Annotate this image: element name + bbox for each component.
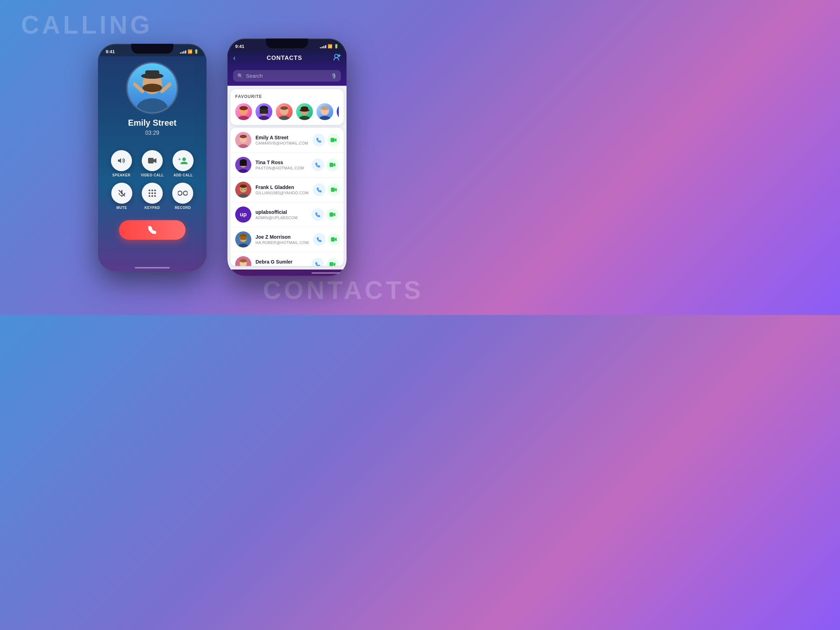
mic-icon[interactable]: 🎙️	[331, 73, 337, 79]
video-button-emily[interactable]	[327, 134, 340, 146]
video-button-tina[interactable]	[326, 159, 339, 171]
video-button-uplabs[interactable]	[326, 208, 339, 221]
fav-avatar-3[interactable]	[276, 103, 293, 120]
svg-point-29	[257, 116, 270, 120]
svg-point-33	[278, 116, 291, 120]
call-button-debra[interactable]	[311, 258, 324, 266]
contact-actions-tina	[311, 159, 339, 171]
svg-point-15	[154, 190, 156, 191]
back-button[interactable]: ‹	[233, 54, 235, 63]
add-call-circle	[172, 150, 194, 171]
call-button-tina[interactable]	[311, 159, 324, 171]
calling-bg-label: CALLING	[21, 11, 153, 39]
svg-point-18	[154, 193, 156, 194]
contact-name-debra: Debra G Sumler	[256, 259, 307, 265]
video-button-debra[interactable]	[326, 258, 339, 266]
fav-avatar-5[interactable]	[316, 103, 333, 120]
contact-avatar-emily	[235, 132, 251, 148]
svg-point-19	[148, 195, 150, 197]
contact-avatar-frank	[235, 182, 251, 198]
video-call-button[interactable]: VIDEO CALL	[141, 150, 164, 177]
contact-email-debra: COLTONI@HOTMAIL.COM	[256, 265, 307, 266]
call-button-joe[interactable]	[313, 233, 325, 246]
mute-button[interactable]: MUTE	[111, 183, 132, 210]
keypad-button[interactable]: KEYPAD	[142, 183, 163, 210]
caller-avatar-container	[128, 63, 177, 112]
favourites-card: FAVOURITE	[230, 89, 344, 125]
contact-row-joe: Joe Z Morrison HA.ROBER@HOTMAIL.COM	[230, 227, 344, 252]
favourites-list	[235, 103, 339, 120]
contact-name-uplabs: uplabsofficial	[256, 209, 307, 215]
svg-point-17	[151, 193, 153, 194]
contacts-screen: ‹ CONTACTS 🔍 Search 🎙️	[227, 51, 346, 276]
phones-container: 9:41 📶 🔋	[98, 38, 346, 276]
calling-phone: 9:41 📶 🔋	[98, 44, 207, 271]
svg-point-35	[280, 106, 288, 110]
call-button-frank[interactable]	[313, 183, 325, 196]
svg-rect-56	[330, 163, 333, 167]
contact-email-tina: PAXTON@HOTMAIL.COM	[256, 166, 307, 170]
call-button-uplabs[interactable]	[311, 208, 324, 221]
speaker-button[interactable]: SPEAKER	[111, 150, 132, 177]
contact-row-tina: Tina T Ross PAXTON@HOTMAIL.COM	[230, 153, 344, 177]
contact-avatar-debra	[235, 256, 251, 266]
search-bar: 🔍 Search 🎙️	[227, 67, 346, 86]
add-call-button[interactable]: ADD CALL	[172, 150, 194, 177]
action-row-2: MUTE	[106, 183, 198, 210]
battery-icon: 🔋	[194, 49, 199, 54]
video-button-frank[interactable]	[328, 183, 340, 196]
mute-circle	[111, 183, 132, 204]
contact-avatar-uplabs: up	[235, 207, 251, 223]
fav-avatar-4[interactable]	[296, 103, 313, 120]
home-indicator-calling	[135, 267, 170, 268]
signal-bar-3	[183, 51, 185, 54]
svg-point-26	[237, 116, 250, 120]
contacts-title: CONTACTS	[267, 55, 302, 62]
add-contact-button[interactable]	[333, 53, 341, 63]
video-button-joe[interactable]	[328, 233, 340, 246]
svg-rect-69	[240, 236, 246, 240]
svg-rect-55	[240, 162, 247, 166]
contacts-wifi-icon: 📶	[328, 44, 333, 49]
mute-label: MUTE	[116, 206, 127, 210]
video-call-label: VIDEO CALL	[141, 173, 164, 177]
contact-actions-uplabs	[311, 208, 339, 221]
contacts-header: ‹ CONTACTS	[227, 51, 346, 67]
calling-status-time: 9:41	[106, 49, 115, 54]
calling-screen: Emily Street 03:29 SPEAKER	[98, 56, 207, 271]
contacts-battery-icon: 🔋	[334, 44, 339, 49]
record-button[interactable]: RECORD	[172, 183, 193, 210]
svg-point-14	[151, 190, 153, 191]
contact-row-debra: Debra G Sumler COLTONI@HOTMAIL.COM	[230, 252, 344, 266]
contact-name-tina: Tina T Ross	[256, 159, 307, 165]
call-button-emily[interactable]	[313, 134, 325, 146]
svg-rect-64	[330, 212, 333, 217]
search-placeholder: Search	[246, 73, 328, 79]
fav-avatar-2[interactable]	[256, 103, 272, 120]
search-icon: 🔍	[237, 73, 243, 79]
svg-rect-50	[330, 138, 334, 142]
contact-info-uplabs: uplabsofficial ADMIN@UPLABSCOM	[256, 209, 307, 220]
contact-row-emily: Emily A Street CAMARVI6@HOTMAIL.COM	[230, 128, 344, 153]
keypad-circle	[142, 183, 163, 204]
search-input-wrapper[interactable]: 🔍 Search 🎙️	[233, 70, 341, 82]
contact-avatar-tina	[235, 157, 251, 173]
svg-rect-70	[331, 237, 335, 242]
signal-bar-4	[185, 51, 186, 54]
action-row-1: SPEAKER VIDEO CALL	[106, 150, 198, 177]
contact-name-frank: Frank L Gladden	[256, 185, 309, 190]
svg-point-28	[239, 106, 248, 110]
fav-avatar-6[interactable]	[337, 103, 339, 120]
contact-actions-emily	[313, 134, 340, 146]
speaker-circle	[111, 150, 132, 171]
contact-info-emily: Emily A Street CAMARVI6@HOTMAIL.COM	[256, 135, 308, 145]
svg-point-13	[148, 190, 150, 191]
svg-point-6	[142, 84, 162, 92]
contacts-status-time: 9:41	[235, 44, 244, 49]
video-call-circle	[142, 150, 163, 171]
svg-point-42	[321, 106, 329, 110]
end-call-button[interactable]	[119, 220, 185, 240]
cs-bar-2	[322, 47, 323, 48]
fav-avatar-1[interactable]	[235, 103, 252, 120]
cs-bar-4	[325, 45, 326, 48]
